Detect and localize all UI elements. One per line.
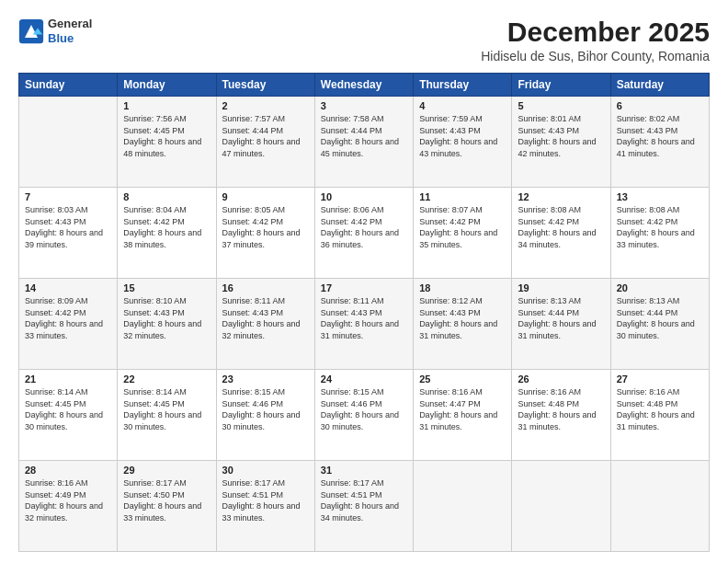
calendar-cell: 27Sunrise: 8:16 AM Sunset: 4:48 PM Dayli… xyxy=(610,370,709,461)
day-number: 18 xyxy=(419,282,506,293)
calendar-cell: 19Sunrise: 8:13 AM Sunset: 4:44 PM Dayli… xyxy=(512,279,610,370)
day-info: Sunrise: 8:07 AM Sunset: 4:42 PM Dayligh… xyxy=(419,204,506,250)
day-number: 23 xyxy=(222,373,309,385)
calendar-cell: 24Sunrise: 8:15 AM Sunset: 4:46 PM Dayli… xyxy=(314,370,413,461)
day-info: Sunrise: 8:06 AM Sunset: 4:42 PM Dayligh… xyxy=(321,204,407,250)
column-header-wednesday: Wednesday xyxy=(314,74,413,97)
day-number: 4 xyxy=(419,100,506,111)
logo-icon xyxy=(18,18,44,44)
day-info: Sunrise: 8:15 AM Sunset: 4:46 PM Dayligh… xyxy=(321,386,407,432)
calendar-cell: 22Sunrise: 8:14 AM Sunset: 4:45 PM Dayli… xyxy=(118,370,216,461)
day-number: 3 xyxy=(321,100,407,111)
day-info: Sunrise: 8:08 AM Sunset: 4:42 PM Dayligh… xyxy=(518,204,604,250)
day-info: Sunrise: 8:01 AM Sunset: 4:43 PM Dayligh… xyxy=(518,113,604,159)
day-number: 21 xyxy=(25,373,111,385)
main-title: December 2025 xyxy=(481,17,710,47)
day-number: 6 xyxy=(617,100,703,111)
calendar-cell: 6Sunrise: 8:02 AM Sunset: 4:43 PM Daylig… xyxy=(610,97,709,188)
calendar-cell xyxy=(512,461,610,552)
day-number: 7 xyxy=(25,191,111,202)
calendar-cell: 31Sunrise: 8:17 AM Sunset: 4:51 PM Dayli… xyxy=(314,461,413,552)
header: General Blue December 2025 Hidiselu de S… xyxy=(18,17,710,63)
day-number: 14 xyxy=(25,282,111,293)
day-info: Sunrise: 8:17 AM Sunset: 4:51 PM Dayligh… xyxy=(222,477,309,523)
day-info: Sunrise: 8:13 AM Sunset: 4:44 PM Dayligh… xyxy=(617,295,703,341)
calendar-cell: 30Sunrise: 8:17 AM Sunset: 4:51 PM Dayli… xyxy=(216,461,314,552)
day-info: Sunrise: 8:02 AM Sunset: 4:43 PM Dayligh… xyxy=(617,113,703,159)
day-info: Sunrise: 8:16 AM Sunset: 4:48 PM Dayligh… xyxy=(518,386,604,432)
calendar-cell: 28Sunrise: 8:16 AM Sunset: 4:49 PM Dayli… xyxy=(19,461,118,552)
calendar-cell: 17Sunrise: 8:11 AM Sunset: 4:43 PM Dayli… xyxy=(314,279,413,370)
day-number: 27 xyxy=(617,373,703,385)
calendar-cell: 1Sunrise: 7:56 AM Sunset: 4:45 PM Daylig… xyxy=(118,97,216,188)
day-info: Sunrise: 7:59 AM Sunset: 4:43 PM Dayligh… xyxy=(419,113,506,159)
day-info: Sunrise: 8:16 AM Sunset: 4:48 PM Dayligh… xyxy=(617,386,703,432)
calendar-cell: 13Sunrise: 8:08 AM Sunset: 4:42 PM Dayli… xyxy=(610,188,709,279)
day-info: Sunrise: 8:10 AM Sunset: 4:43 PM Dayligh… xyxy=(123,295,210,341)
day-number: 8 xyxy=(123,191,210,202)
day-info: Sunrise: 8:11 AM Sunset: 4:43 PM Dayligh… xyxy=(321,295,407,341)
calendar-week-row: 1Sunrise: 7:56 AM Sunset: 4:45 PM Daylig… xyxy=(19,97,710,188)
day-number: 17 xyxy=(321,282,407,293)
column-header-tuesday: Tuesday xyxy=(216,74,314,97)
day-info: Sunrise: 8:17 AM Sunset: 4:51 PM Dayligh… xyxy=(321,477,407,523)
calendar-week-row: 21Sunrise: 8:14 AM Sunset: 4:45 PM Dayli… xyxy=(19,370,710,461)
day-number: 29 xyxy=(123,465,210,476)
day-info: Sunrise: 8:11 AM Sunset: 4:43 PM Dayligh… xyxy=(222,295,309,341)
logo: General Blue xyxy=(18,17,92,45)
calendar-cell: 23Sunrise: 8:15 AM Sunset: 4:46 PM Dayli… xyxy=(216,370,314,461)
day-number: 12 xyxy=(518,191,604,202)
title-block: December 2025 Hidiselu de Sus, Bihor Cou… xyxy=(481,17,710,63)
day-info: Sunrise: 7:58 AM Sunset: 4:44 PM Dayligh… xyxy=(321,113,407,159)
calendar-cell: 9Sunrise: 8:05 AM Sunset: 4:42 PM Daylig… xyxy=(216,188,314,279)
calendar-cell: 12Sunrise: 8:08 AM Sunset: 4:42 PM Dayli… xyxy=(512,188,610,279)
calendar-cell: 3Sunrise: 7:58 AM Sunset: 4:44 PM Daylig… xyxy=(314,97,413,188)
day-info: Sunrise: 7:56 AM Sunset: 4:45 PM Dayligh… xyxy=(123,113,210,159)
page: General Blue December 2025 Hidiselu de S… xyxy=(0,0,728,563)
day-info: Sunrise: 8:04 AM Sunset: 4:42 PM Dayligh… xyxy=(123,204,210,250)
calendar-cell: 20Sunrise: 8:13 AM Sunset: 4:44 PM Dayli… xyxy=(610,279,709,370)
day-info: Sunrise: 8:12 AM Sunset: 4:43 PM Dayligh… xyxy=(419,295,506,341)
day-number: 9 xyxy=(222,191,309,202)
calendar-week-row: 7Sunrise: 8:03 AM Sunset: 4:43 PM Daylig… xyxy=(19,188,710,279)
day-number: 5 xyxy=(518,100,604,111)
day-info: Sunrise: 8:16 AM Sunset: 4:49 PM Dayligh… xyxy=(25,477,111,523)
day-number: 2 xyxy=(222,100,309,111)
day-number: 10 xyxy=(321,191,407,202)
day-number: 19 xyxy=(518,282,604,293)
day-info: Sunrise: 8:09 AM Sunset: 4:42 PM Dayligh… xyxy=(25,295,111,341)
day-number: 30 xyxy=(222,465,309,476)
day-info: Sunrise: 8:16 AM Sunset: 4:47 PM Dayligh… xyxy=(419,386,506,432)
calendar-cell xyxy=(19,97,118,188)
day-info: Sunrise: 8:13 AM Sunset: 4:44 PM Dayligh… xyxy=(518,295,604,341)
calendar-cell: 21Sunrise: 8:14 AM Sunset: 4:45 PM Dayli… xyxy=(19,370,118,461)
column-header-thursday: Thursday xyxy=(414,74,512,97)
calendar-table: SundayMondayTuesdayWednesdayThursdayFrid… xyxy=(18,73,710,552)
calendar-cell: 29Sunrise: 8:17 AM Sunset: 4:50 PM Dayli… xyxy=(118,461,216,552)
calendar-cell: 11Sunrise: 8:07 AM Sunset: 4:42 PM Dayli… xyxy=(414,188,512,279)
day-number: 15 xyxy=(123,282,210,293)
calendar-cell: 15Sunrise: 8:10 AM Sunset: 4:43 PM Dayli… xyxy=(118,279,216,370)
day-number: 26 xyxy=(518,373,604,385)
day-number: 16 xyxy=(222,282,309,293)
column-header-saturday: Saturday xyxy=(610,74,709,97)
calendar-cell: 7Sunrise: 8:03 AM Sunset: 4:43 PM Daylig… xyxy=(19,188,118,279)
day-number: 20 xyxy=(617,282,703,293)
day-number: 13 xyxy=(617,191,703,202)
calendar-cell xyxy=(414,461,512,552)
day-info: Sunrise: 7:57 AM Sunset: 4:44 PM Dayligh… xyxy=(222,113,309,159)
day-info: Sunrise: 8:05 AM Sunset: 4:42 PM Dayligh… xyxy=(222,204,309,250)
calendar-cell: 5Sunrise: 8:01 AM Sunset: 4:43 PM Daylig… xyxy=(512,97,610,188)
calendar-cell: 16Sunrise: 8:11 AM Sunset: 4:43 PM Dayli… xyxy=(216,279,314,370)
day-info: Sunrise: 8:08 AM Sunset: 4:42 PM Dayligh… xyxy=(617,204,703,250)
day-number: 11 xyxy=(419,191,506,202)
column-header-sunday: Sunday xyxy=(19,74,118,97)
calendar-week-row: 14Sunrise: 8:09 AM Sunset: 4:42 PM Dayli… xyxy=(19,279,710,370)
calendar-week-row: 28Sunrise: 8:16 AM Sunset: 4:49 PM Dayli… xyxy=(19,461,710,552)
day-number: 24 xyxy=(321,373,407,385)
calendar-cell xyxy=(610,461,709,552)
calendar-cell: 25Sunrise: 8:16 AM Sunset: 4:47 PM Dayli… xyxy=(414,370,512,461)
logo-text: General Blue xyxy=(48,17,92,45)
day-info: Sunrise: 8:14 AM Sunset: 4:45 PM Dayligh… xyxy=(25,386,111,432)
calendar-cell: 4Sunrise: 7:59 AM Sunset: 4:43 PM Daylig… xyxy=(414,97,512,188)
